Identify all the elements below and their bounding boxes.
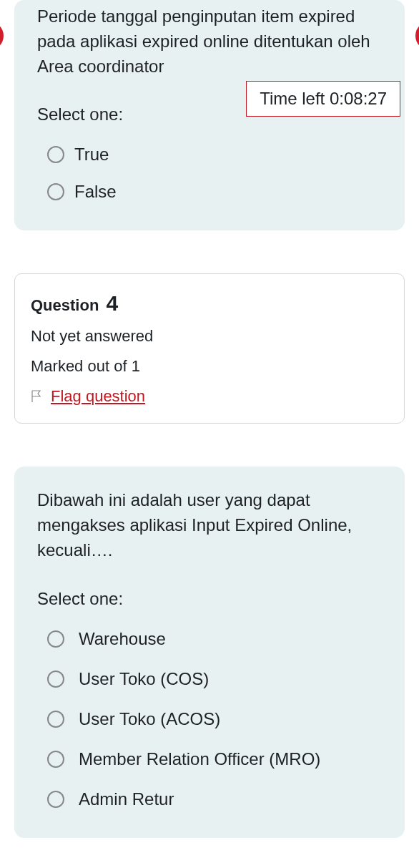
- answer-label: Warehouse: [79, 629, 166, 649]
- answer-label-true: True: [74, 145, 109, 165]
- radio-icon[interactable]: [47, 183, 64, 200]
- next-nav-button[interactable]: [415, 21, 419, 50]
- radio-icon[interactable]: [47, 146, 64, 163]
- answer-label-false: False: [74, 182, 117, 202]
- question-b-block: Dibawah ini adalah user yang dapat menga…: [14, 467, 405, 837]
- select-one-label-b: Select one:: [37, 589, 382, 609]
- answer-row-user-toko-cos[interactable]: User Toko (COS): [37, 669, 382, 689]
- question-word: Question: [31, 296, 99, 314]
- radio-icon[interactable]: [47, 751, 64, 768]
- question-title: Question 4: [31, 291, 388, 316]
- question-info-block: Question 4 Not yet answered Marked out o…: [14, 273, 405, 424]
- answer-status: Not yet answered: [31, 327, 388, 346]
- flag-question-link[interactable]: Flag question: [51, 387, 145, 406]
- question-number: 4: [106, 291, 118, 315]
- prev-nav-button[interactable]: [0, 21, 4, 50]
- answer-row-user-toko-acos[interactable]: User Toko (ACOS): [37, 709, 382, 729]
- answer-label: User Toko (COS): [79, 669, 209, 689]
- timer-text: Time left 0:08:27: [260, 89, 387, 108]
- marks-line: Marked out of 1: [31, 357, 388, 376]
- answer-label: User Toko (ACOS): [79, 709, 220, 729]
- timer-display: Time left 0:08:27: [246, 81, 400, 117]
- radio-icon[interactable]: [47, 630, 64, 648]
- question-a-text: Periode tanggal penginputan item expired…: [37, 4, 382, 79]
- radio-icon[interactable]: [47, 791, 64, 808]
- flag-icon: [31, 390, 44, 403]
- answer-row-warehouse[interactable]: Warehouse: [37, 629, 382, 649]
- answer-row-false[interactable]: False: [37, 182, 382, 202]
- question-b-text: Dibawah ini adalah user yang dapat menga…: [37, 488, 382, 562]
- answer-row-true[interactable]: True: [37, 145, 382, 165]
- answer-row-mro[interactable]: Member Relation Officer (MRO): [37, 749, 382, 769]
- answer-label: Admin Retur: [79, 789, 174, 809]
- answer-row-admin-retur[interactable]: Admin Retur: [37, 789, 382, 809]
- radio-icon[interactable]: [47, 670, 64, 688]
- answer-label: Member Relation Officer (MRO): [79, 749, 320, 769]
- flag-question-row[interactable]: Flag question: [31, 387, 388, 406]
- radio-icon[interactable]: [47, 711, 64, 728]
